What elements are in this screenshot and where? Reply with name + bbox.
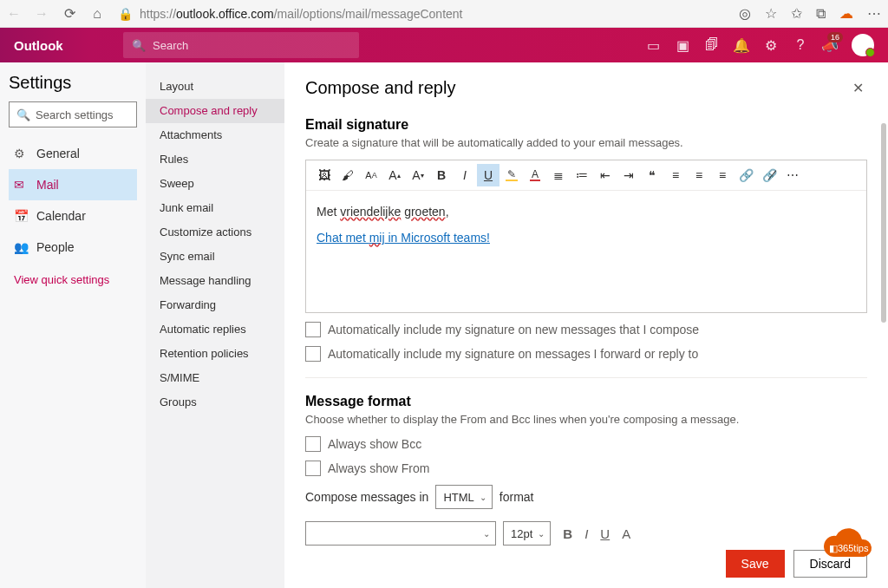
address-bar[interactable]: 🔒 https://outlook.office.com/mail/option… [118, 7, 725, 21]
nav-mail[interactable]: ✉Mail [9, 169, 137, 200]
italic-icon[interactable]: I [584, 526, 588, 541]
signature-textarea[interactable]: Met vriendelijke groeten, Chat met mij i… [306, 191, 866, 312]
bold-icon[interactable]: B [430, 164, 453, 186]
checkbox-label: Automatically include my signature on ne… [328, 323, 699, 336]
more-icon[interactable]: ⋯ [867, 5, 881, 22]
teams-icon[interactable]: ▭ [645, 37, 661, 53]
settings-nav: ⚙General ✉Mail 📅Calendar 👥People [9, 138, 137, 263]
include-sig-new-checkbox[interactable]: Automatically include my signature on ne… [305, 322, 867, 337]
editor-toolbar: 🖼 🖌 AA A▴ A▾ B I U ✎ A ≣ ≔ ⇤ ⇥ ❝ ≡ ≡ [306, 160, 866, 191]
url-text: https://outlook.office.com/mail/options/… [140, 7, 463, 21]
font-family-select[interactable]: ⌄ [305, 521, 496, 546]
subnav-layout[interactable]: Layout [146, 75, 284, 99]
target-icon[interactable]: ◎ [739, 5, 751, 22]
bullets-icon[interactable]: ≣ [547, 164, 570, 186]
nav-label: People [36, 240, 75, 254]
settings-content: Compose and reply ✕ Email signature Crea… [284, 62, 888, 588]
subnav-compose-reply[interactable]: Compose and reply [146, 99, 284, 123]
mail-icon: ✉ [14, 178, 28, 192]
favorite-icon[interactable]: ☆ [765, 5, 777, 22]
align-center-icon[interactable]: ≡ [688, 164, 710, 186]
home-icon[interactable]: ⌂ [90, 7, 104, 21]
announce-icon[interactable]: 📣16 [822, 37, 838, 53]
subnav-retention[interactable]: Retention policies [146, 342, 284, 366]
collections-icon[interactable]: ⧉ [816, 6, 826, 22]
search-placeholder: Search [153, 39, 188, 52]
bold-icon[interactable]: B [563, 526, 572, 541]
subnav-junk[interactable]: Junk email [146, 196, 284, 220]
subnav-smime[interactable]: S/MIME [146, 366, 284, 390]
signature-link[interactable]: Chat met mij in Microsoft teams! [317, 231, 490, 245]
subnav-autoreply[interactable]: Automatic replies [146, 317, 284, 342]
refresh-icon[interactable]: ⟳ [62, 7, 76, 21]
show-bcc-checkbox[interactable]: Always show Bcc [305, 436, 867, 452]
back-icon[interactable]: ← [7, 7, 21, 21]
watermark-logo: ◧365tips [810, 522, 876, 564]
onedrive-icon[interactable]: ☁ [839, 5, 853, 22]
favorites-list-icon[interactable]: ✩ [791, 5, 802, 22]
settings-icon[interactable]: ⚙ [763, 37, 779, 53]
checkbox-box [305, 346, 321, 362]
sig-text: Met [317, 205, 340, 219]
checkbox-box [305, 436, 321, 452]
italic-icon[interactable]: I [454, 164, 476, 186]
subnav-rules[interactable]: Rules [146, 147, 284, 172]
subnav-attachments[interactable]: Attachments [146, 123, 284, 147]
outdent-icon[interactable]: ⇤ [594, 164, 617, 186]
align-right-icon[interactable]: ≡ [711, 164, 734, 186]
subnav-sweep[interactable]: Sweep [146, 172, 284, 196]
font-size-up-icon[interactable]: A▴ [383, 164, 406, 186]
nav-people[interactable]: 👥People [9, 232, 137, 263]
scrollbar[interactable] [881, 123, 886, 323]
numbering-icon[interactable]: ≔ [571, 164, 593, 186]
insert-image-icon[interactable]: 🖼 [313, 164, 336, 186]
compose-format-select[interactable]: HTML⌄ [435, 485, 492, 509]
browser-toolbar: ← → ⟳ ⌂ 🔒 https://outlook.office.com/mai… [0, 0, 888, 28]
nav-general[interactable]: ⚙General [9, 138, 137, 169]
subnav-sync[interactable]: Sync email [146, 245, 284, 269]
underline-icon[interactable]: U [600, 526, 610, 541]
link-icon[interactable]: 🔗 [735, 164, 757, 186]
nav-calendar[interactable]: 📅Calendar [9, 200, 137, 232]
settings-search[interactable]: 🔍 Search settings [9, 101, 137, 127]
logo-text: ◧365tips [829, 543, 869, 553]
include-sig-reply-checkbox[interactable]: Automatically include my signature on me… [305, 346, 867, 362]
checkbox-box [305, 461, 321, 476]
font-color-icon[interactable]: A [622, 526, 630, 541]
message-format-heading: Message format [305, 394, 867, 409]
underline-icon[interactable]: U [477, 164, 500, 186]
settings-panel: Settings 🔍 Search settings ⚙General ✉Mai… [0, 62, 888, 588]
font-size-down-icon[interactable]: A▾ [407, 164, 429, 186]
help-icon[interactable]: ? [793, 37, 808, 53]
highlight-icon[interactable]: 🖌 [336, 164, 359, 186]
font-size-select[interactable]: 12pt⌄ [503, 521, 551, 546]
sig-text: , [446, 205, 449, 219]
unlink-icon[interactable]: 🔗̸ [758, 164, 780, 186]
view-quick-settings-link[interactable]: View quick settings [9, 273, 137, 286]
global-search[interactable]: 🔍 Search [123, 32, 359, 58]
text-highlight-icon[interactable]: ✎ [500, 164, 523, 186]
subnav-groups[interactable]: Groups [146, 390, 284, 415]
settings-title: Settings [9, 73, 137, 93]
more-formatting-icon[interactable]: ⋯ [781, 164, 804, 186]
badge-count: 16 [827, 32, 843, 42]
quote-icon[interactable]: ❝ [641, 164, 663, 186]
align-left-icon[interactable]: ≡ [664, 164, 687, 186]
font-color-icon[interactable]: A [524, 164, 546, 186]
account-avatar[interactable] [852, 34, 874, 56]
save-button[interactable]: Save [726, 550, 785, 578]
indent-icon[interactable]: ⇥ [617, 164, 640, 186]
chevron-down-icon: ⌄ [480, 493, 486, 502]
search-icon: 🔍 [16, 108, 30, 121]
show-from-checkbox[interactable]: Always show From [305, 461, 867, 476]
subnav-customize[interactable]: Customize actions [146, 220, 284, 245]
bell-icon[interactable]: 🔔 [734, 37, 749, 53]
message-format-desc: Choose whether to display the From and B… [305, 413, 867, 426]
notes-icon[interactable]: 🗐 [704, 37, 720, 53]
font-icon[interactable]: AA [360, 164, 382, 186]
meet-icon[interactable]: ▣ [675, 37, 690, 53]
subnav-handling[interactable]: Message handling [146, 269, 284, 293]
subnav-forwarding[interactable]: Forwarding [146, 293, 284, 317]
close-button[interactable]: ✕ [849, 76, 867, 100]
compose-format-label: Compose messages in [305, 490, 428, 504]
